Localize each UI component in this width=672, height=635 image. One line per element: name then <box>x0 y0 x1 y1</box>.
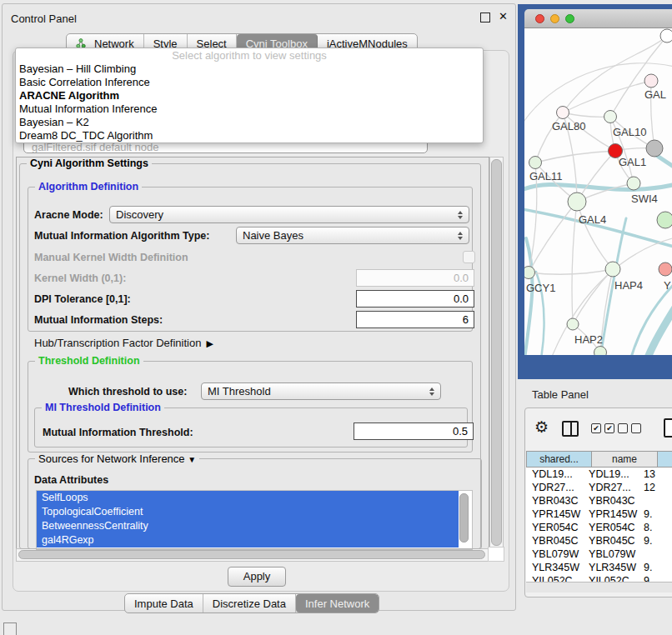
table-row[interactable]: YBL079WYBL079W <box>526 548 672 561</box>
sources-toggle[interactable]: Sources for Network Inference ▼ <box>35 452 199 465</box>
clear-all-columns-icon[interactable] <box>618 423 641 433</box>
network-node[interactable] <box>594 347 607 356</box>
settings-vertical-scrollbar[interactable] <box>489 157 504 548</box>
which-threshold-value: MI Threshold <box>208 385 271 398</box>
mi-steps-input[interactable]: 6 <box>356 311 474 328</box>
settings-horizontal-scrollbar[interactable] <box>16 548 489 562</box>
network-node-label: GAL1 <box>619 156 646 168</box>
algorithm-option[interactable]: ARACNE Algorithm <box>16 89 483 102</box>
network-node-hap2[interactable] <box>567 318 579 330</box>
algorithm-option[interactable]: Dream8 DC_TDC Algorithm <box>16 129 483 142</box>
attribute-list-scrollbar[interactable] <box>459 493 469 542</box>
cyni-mode-tabbar: Impute DataDiscretize DataInfer Network <box>124 593 379 613</box>
hub-tf-definition-toggle[interactable]: Hub/Transcription Factor Definition▶ <box>34 337 213 349</box>
network-edge[interactable] <box>535 151 615 162</box>
column-header-1[interactable]: shared... <box>526 451 592 468</box>
network-node[interactable] <box>646 140 663 157</box>
table-cell: YDL19... <box>583 468 639 481</box>
table-row[interactable]: YPR145WYPR145W9. <box>526 508 672 521</box>
network-node[interactable] <box>657 212 672 228</box>
network-node-label: GAL <box>644 88 666 101</box>
table-row[interactable]: YBR045CYBR045C9. <box>526 534 672 548</box>
gear-icon[interactable]: ⚙ <box>534 418 549 437</box>
table-cell: YDR27... <box>526 481 583 494</box>
mi-steps-label: Mutual Information Steps: <box>34 314 163 326</box>
minimize-traffic-light-icon[interactable] <box>550 14 559 23</box>
mi-algorithm-type-select[interactable]: Naive Bayes <box>236 227 469 244</box>
aracne-mode-select[interactable]: Discovery <box>109 206 469 223</box>
network-node-hap4[interactable] <box>605 262 620 277</box>
split-columns-icon[interactable] <box>562 421 579 437</box>
network-edge[interactable] <box>577 202 613 269</box>
algorithm-option[interactable]: Basic Correlation Inference <box>16 76 483 89</box>
network-node-gcy1[interactable] <box>524 267 535 279</box>
float-window-icon[interactable] <box>480 12 490 22</box>
table-cell: YBL079W <box>526 548 583 561</box>
network-node-swi4[interactable] <box>627 177 640 190</box>
table-row[interactable]: YIL052CYIL052C9 <box>526 574 672 582</box>
table-cell: YDR27... <box>583 481 639 494</box>
algorithm-option[interactable]: Bayesian – Hill Climbing <box>16 62 483 76</box>
network-edge-teal[interactable] <box>639 303 672 355</box>
algorithm-option[interactable]: Bayesian – K2 <box>16 116 483 129</box>
table-cell: YIL052C <box>583 574 639 582</box>
threshold-definition-title: Threshold Definition <box>35 355 143 367</box>
zoom-traffic-light-icon[interactable] <box>565 14 574 23</box>
close-traffic-light-icon[interactable] <box>535 14 544 23</box>
stepper-arrows-icon <box>458 211 463 219</box>
network-edge[interactable] <box>610 36 667 117</box>
network-canvas[interactable]: GALGAL80GAL10GAL1GAL11SWI4GAL4GCY1HAP4YH… <box>524 28 672 355</box>
table-cell: 12 <box>639 481 672 494</box>
kernel-width-input[interactable]: 0.0 <box>356 269 474 287</box>
which-threshold-select[interactable]: MI Threshold <box>201 382 441 400</box>
mi-threshold-definition-title: MI Threshold Definition <box>42 402 164 413</box>
table-row[interactable]: YDR27...YDR27...12 <box>526 481 672 494</box>
table-cell: 8. <box>639 521 672 534</box>
settings-vertical-scrollbar-thumb[interactable] <box>491 159 502 546</box>
network-node-y[interactable] <box>659 262 672 276</box>
network-window-titlebar[interactable] <box>524 9 672 28</box>
manual-kernel-width-checkbox[interactable] <box>463 251 475 263</box>
select-all-columns-icon[interactable]: ✔ ✔ <box>591 423 614 433</box>
table-row[interactable]: YBR043CYBR043C <box>526 494 672 508</box>
mi-threshold-input[interactable]: 0.5 <box>354 422 474 440</box>
network-edge[interactable] <box>563 112 610 117</box>
table-row[interactable]: YER054CYER054C8. <box>526 521 672 534</box>
scrollbar-corner <box>488 547 504 562</box>
column-header-2[interactable]: name <box>592 451 658 468</box>
tab-infer-network[interactable]: Infer Network <box>296 594 379 612</box>
network-edge-teal[interactable] <box>524 183 672 192</box>
table-cell: YLR345W <box>583 561 639 574</box>
table-panel-title: Table Panel <box>532 388 589 401</box>
tab-impute-data[interactable]: Impute Data <box>125 594 203 612</box>
network-node-label: HAP2 <box>574 333 603 346</box>
network-node-label: GAL80 <box>552 120 585 132</box>
tab-discretize-data[interactable]: Discretize Data <box>203 594 296 612</box>
table-cell: YBL079W <box>583 548 639 561</box>
network-node-label: GCY1 <box>526 282 555 294</box>
table-cell: 9. <box>639 534 672 548</box>
column-header-3[interactable]: A <box>658 451 672 468</box>
close-icon[interactable]: ✕ <box>499 10 508 22</box>
network-edge[interactable] <box>541 237 672 355</box>
network-node-gal[interactable] <box>644 74 658 88</box>
apply-button[interactable]: Apply <box>228 567 286 587</box>
table-row[interactable]: YDL19...YDL19...13 <box>526 468 672 481</box>
network-node[interactable] <box>660 29 672 42</box>
mi-algorithm-type-value: Naive Bayes <box>243 229 303 242</box>
network-edge-teal[interactable] <box>524 238 532 355</box>
network-node-gal10[interactable] <box>604 111 617 123</box>
table-row[interactable]: YLR345WYLR345W9. <box>526 561 672 574</box>
network-edge[interactable] <box>529 269 613 274</box>
docked-panel-icon[interactable] <box>3 622 17 635</box>
network-node-gal80[interactable] <box>557 107 569 119</box>
network-node-gal11[interactable] <box>529 157 542 169</box>
network-edge-teal[interactable] <box>656 155 672 175</box>
network-node-gal4[interactable] <box>568 192 586 211</box>
settings-horizontal-scrollbar-thumb[interactable] <box>18 550 485 559</box>
dpi-tolerance-input[interactable]: 0.0 <box>356 290 474 308</box>
table-mode-icon[interactable] <box>664 418 672 438</box>
network-node-label: Y <box>664 279 671 292</box>
table-horizontal-scrollbar[interactable] <box>526 582 672 592</box>
algorithm-option[interactable]: Mutual Information Inference <box>16 102 483 116</box>
